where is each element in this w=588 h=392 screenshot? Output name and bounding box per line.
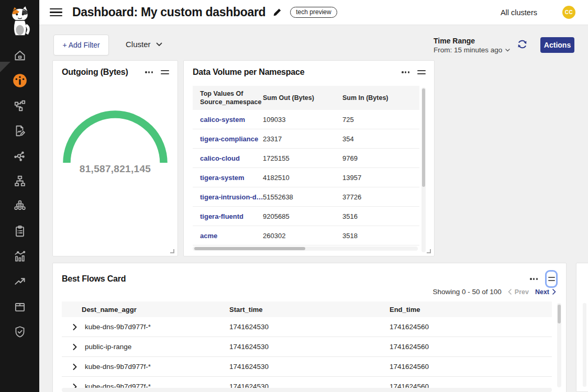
card-title: Outgoing (Bytes) (62, 68, 144, 77)
drag-handle-icon[interactable] (161, 69, 169, 76)
showing-range: Showing 0 - 50 of 100 (432, 288, 501, 296)
data-volume-card: Data Volume per Namespace Top Values Of … (183, 60, 435, 256)
sidebar-item-statistics[interactable] (0, 244, 39, 269)
refresh-button[interactable] (517, 39, 528, 51)
add-filter-button[interactable]: + Add Filter (53, 35, 109, 55)
vertical-scrollbar[interactable] (557, 303, 561, 387)
start-time: 1741624530 (229, 363, 390, 371)
table-row[interactable]: kube-dns-9b7d977f-* 1741624530 174162456… (62, 317, 552, 337)
chevron-right-icon (552, 289, 556, 295)
expand-chevron-icon[interactable] (73, 344, 77, 350)
table-row[interactable]: kube-dns-9b7d977f-* 1741624530 174162456… (62, 357, 552, 377)
sidebar-item-security[interactable] (0, 319, 39, 344)
resize-corner-icon[interactable] (170, 249, 174, 253)
table-header-row: Top Values Of Source_namespace Sum Out (… (193, 86, 419, 110)
table-header-row: Dest_name_aggr Start_time End_time (62, 301, 552, 317)
calico-cat-logo-icon (7, 5, 33, 37)
menu-icon[interactable] (50, 7, 62, 18)
outgoing-bytes-card: Outgoing (Bytes) 81,587,821,145 (52, 60, 178, 256)
actions-button[interactable]: Actions (540, 37, 574, 53)
sidebar-item-home[interactable] (0, 43, 39, 68)
cluster-dropdown[interactable]: Cluster (126, 40, 162, 49)
drag-handle-icon-focused[interactable] (545, 270, 558, 288)
namespace-link[interactable]: acme (193, 232, 263, 240)
avatar[interactable]: CC (562, 6, 575, 19)
sidebar-item-flow-hierarchy[interactable] (0, 169, 39, 194)
table-row: tigera-compliance 23317 354 (193, 129, 419, 149)
start-time: 1741624530 (229, 323, 390, 331)
namespace-link[interactable]: calico-system (193, 116, 263, 124)
sidebar-item-network-topology[interactable] (0, 93, 39, 118)
scrollbar-thumb[interactable] (558, 305, 561, 323)
namespace-link[interactable]: calico-cloud (193, 154, 263, 162)
namespace-link[interactable]: tigera-system (193, 174, 263, 182)
sidebar-item-clusters[interactable] (0, 194, 39, 219)
column-header[interactable]: Sum In (Bytes) (342, 94, 419, 102)
report-edit-icon (13, 124, 27, 138)
sum-out-value: 109033 (263, 116, 342, 124)
namespace-link[interactable]: tigera-fluentd (193, 212, 263, 220)
table-row: calico-system 109033 725 (193, 110, 419, 129)
flows-table: Dest_name_aggr Start_time End_time kube-… (62, 301, 552, 392)
time-range-selector[interactable]: From: 15 minutes ago (434, 46, 510, 54)
ellipsis-menu-icon[interactable] (144, 69, 154, 75)
checklist-icon (13, 225, 27, 238)
edit-pencil-icon[interactable] (273, 8, 282, 17)
service-graph-icon (13, 149, 27, 163)
table-row: tigera-intrusion-d… 51552638 37726 (193, 187, 419, 207)
sum-out-value: 260302 (263, 232, 342, 240)
shield-check-icon (13, 325, 27, 339)
drag-handle-icon[interactable] (417, 69, 426, 76)
cluster-scope-selector[interactable]: All clusters (501, 8, 537, 17)
scrollbar-thumb[interactable] (194, 247, 305, 250)
dest-name: kube-dns-9b7d977f-* (85, 363, 151, 371)
sum-out-value: 23317 (263, 135, 342, 143)
sidebar-item-reports[interactable] (0, 118, 39, 143)
gauge-arc (60, 106, 171, 167)
column-header[interactable]: Start_time (229, 306, 390, 313)
statistics-icon (13, 250, 27, 263)
sum-in-value: 9769 (342, 154, 419, 162)
ellipsis-menu-icon[interactable] (529, 276, 539, 282)
sidebar-item-dashboard-active[interactable] (0, 68, 39, 93)
column-header[interactable]: Dest_name_aggr (62, 306, 229, 313)
column-header[interactable]: Top Values Of Source_namespace (193, 89, 260, 107)
end-time: 1741624560 (390, 363, 552, 371)
column-header[interactable]: Sum Out (Bytes) (263, 94, 342, 102)
namespace-link[interactable]: tigera-compliance (193, 135, 263, 143)
sum-in-value: 37726 (342, 193, 419, 201)
sidebar-item-packages[interactable] (0, 294, 39, 319)
vertical-scrollbar[interactable] (583, 303, 586, 387)
table-row: acme 260302 3518 (193, 226, 419, 245)
ellipsis-menu-icon[interactable] (401, 69, 411, 75)
home-icon (13, 49, 27, 62)
next-page-button[interactable]: Next (535, 288, 556, 296)
time-range: Time Range From: 15 minutes ago (434, 37, 510, 54)
chevron-left-icon (508, 289, 512, 295)
chevron-down-icon (505, 49, 510, 52)
package-icon (13, 300, 27, 313)
table-row[interactable]: public-ip-range 1741624530 1741624560 (62, 337, 552, 357)
scrollbar-thumb[interactable] (422, 88, 425, 187)
sidebar-item-trends[interactable] (0, 269, 39, 294)
resize-corner-icon[interactable] (427, 249, 431, 253)
namespace-link[interactable]: tigera-intrusion-d… (193, 193, 263, 201)
vertical-scrollbar[interactable] (421, 87, 426, 252)
table-row: tigera-fluentd 9205685 3516 (193, 207, 419, 226)
sidebar-item-service-graph[interactable] (0, 143, 39, 169)
gauge-chart: 81,587,821,145 (53, 106, 177, 175)
calico-cat-logo[interactable] (0, 0, 39, 42)
refresh-icon (517, 39, 528, 50)
sum-in-value: 13957 (342, 174, 419, 182)
horizontal-scrollbar[interactable] (62, 388, 552, 392)
column-header[interactable]: End_time (390, 306, 552, 313)
prev-page-button[interactable]: Prev (508, 288, 529, 296)
sidebar (0, 0, 39, 392)
expand-chevron-icon[interactable] (73, 324, 77, 330)
card-title: Best Flows Card (62, 274, 529, 284)
table-row: calico-cloud 1725155 9769 (193, 149, 419, 168)
horizontal-scrollbar[interactable] (193, 247, 418, 251)
time-range-title: Time Range (434, 37, 510, 45)
expand-chevron-icon[interactable] (73, 364, 77, 370)
sidebar-item-checklist[interactable] (0, 219, 39, 244)
